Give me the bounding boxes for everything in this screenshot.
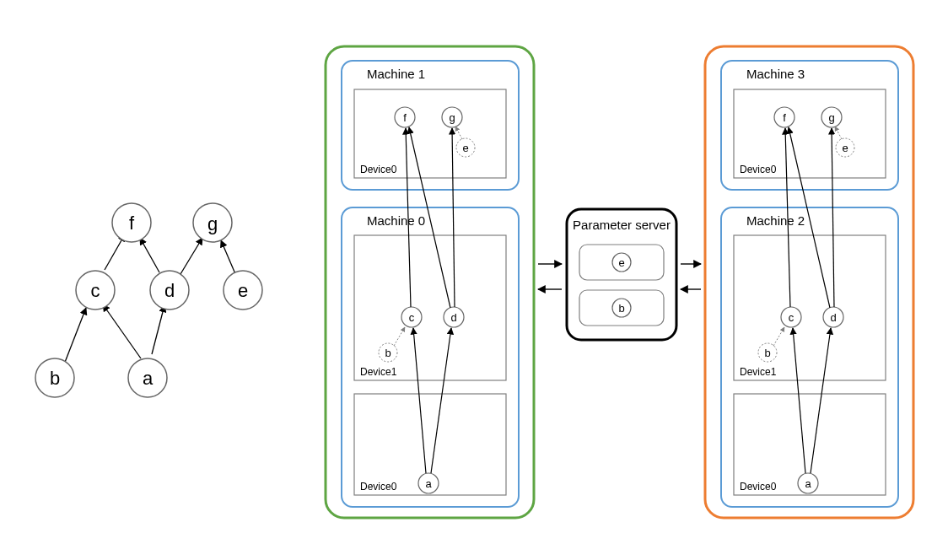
param-e-label: e — [618, 256, 624, 269]
node-f: f — [112, 203, 151, 242]
machine-1-title: Machine 1 — [367, 67, 425, 81]
machine-3-title: Machine 3 — [746, 67, 805, 81]
m1-node-e-label: e — [462, 142, 468, 154]
m1-edge-e-g — [455, 127, 462, 139]
edge-a-c — [103, 304, 141, 358]
edge-d-f — [140, 238, 159, 272]
replica-left: Machine 1 Device0 f g e Machine 0 Device… — [326, 46, 534, 518]
dag-graph: f g c d e b a — [35, 203, 262, 397]
machine-0: Machine 0 Device1 Device0 c d b a — [342, 127, 519, 507]
node-a-label: a — [143, 368, 154, 389]
machine-2-title: Machine 2 — [746, 213, 805, 228]
machine-3-device0-label: Device0 — [740, 164, 777, 175]
node-b: b — [35, 358, 74, 397]
diagram-canvas: f g c d e b a Mach — [0, 0, 948, 560]
parameter-server-title: Parameter server — [573, 218, 671, 232]
machine-0-title: Machine 0 — [367, 213, 425, 228]
machine-2-device1 — [734, 235, 886, 380]
m3-edge-e-g — [835, 127, 842, 139]
node-g-label: g — [207, 213, 218, 234]
edge-b-c — [64, 308, 86, 364]
m2-node-b-label: b — [764, 347, 770, 359]
node-e-label: e — [238, 280, 248, 301]
m3-node-e-label: e — [842, 142, 848, 154]
node-e: e — [224, 271, 262, 310]
replica-left-border — [326, 46, 534, 518]
edge-d-g-left — [452, 128, 455, 307]
m0-node-c-label: c — [409, 311, 415, 324]
m0-node-d-label: d — [450, 311, 456, 324]
machine-1-device0-label: Device0 — [360, 164, 397, 175]
node-a: a — [128, 358, 167, 397]
node-c-label: c — [91, 280, 100, 301]
edge-a-d — [152, 305, 164, 354]
node-f-label: f — [129, 213, 135, 234]
m0-edge-a-d — [431, 328, 451, 473]
node-d: d — [150, 271, 189, 310]
m0-node-b-label: b — [385, 347, 391, 359]
m3-node-g-label: g — [828, 111, 834, 124]
machine-0-device0-label: Device0 — [360, 481, 397, 493]
m2-node-c-label: c — [789, 311, 794, 324]
machine-2-device1-label: Device1 — [740, 366, 777, 378]
machine-2-device0-label: Device0 — [740, 481, 777, 493]
m3-node-f-label: f — [783, 111, 786, 124]
node-c: c — [76, 271, 115, 310]
m0-node-a-label: a — [425, 477, 432, 490]
node-g: g — [193, 203, 232, 242]
machine-0-device1-label: Device1 — [360, 366, 397, 378]
m2-node-a-label: a — [805, 477, 811, 490]
m2-edge-a-c — [793, 328, 805, 473]
parameter-server: Parameter server e b — [567, 209, 676, 340]
machine-1: Machine 1 Device0 f g e — [342, 61, 519, 190]
m1-node-g-label: g — [449, 111, 455, 124]
edge-e-g — [221, 240, 236, 276]
machine-0-device1 — [354, 235, 506, 380]
node-b-label: b — [50, 368, 60, 389]
edge-d-g — [180, 238, 202, 274]
svg-rect-10 — [721, 207, 898, 507]
replica-right: Machine 3 Device0 f g e Machine 2 Device… — [705, 46, 913, 518]
m0-edge-a-c — [413, 328, 426, 473]
svg-rect-8 — [342, 207, 519, 507]
edge-d-g-right — [832, 128, 834, 307]
m2-edge-a-d — [811, 328, 831, 473]
m1-node-f-label: f — [403, 111, 407, 124]
m2-node-d-label: d — [830, 311, 836, 324]
m0-edge-b-c — [394, 327, 405, 346]
machine-2: Machine 2 Device1 Device0 c d b a — [721, 127, 898, 507]
machine-3: Machine 3 Device0 f g e — [721, 61, 898, 190]
param-b-label: b — [618, 302, 624, 315]
m2-edge-b-c — [773, 327, 784, 346]
replica-right-border — [705, 46, 913, 518]
node-d-label: d — [164, 280, 175, 301]
